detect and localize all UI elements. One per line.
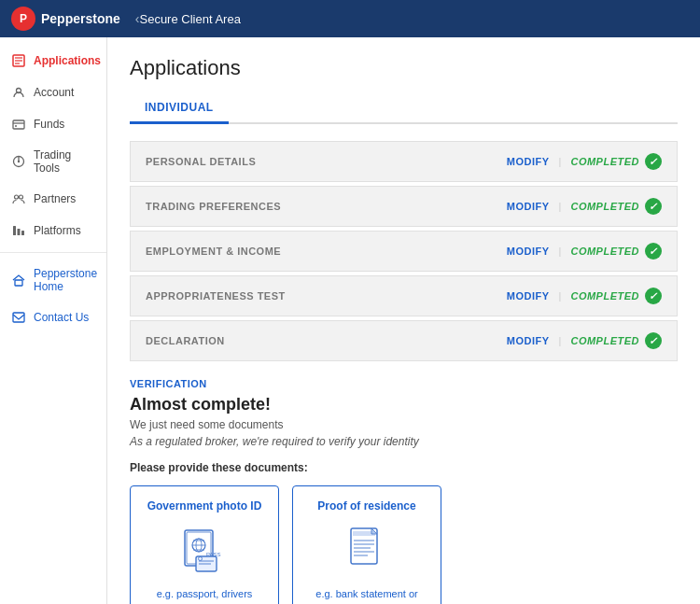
section-trading-preferences-status: MODIFY | COMPLETED ✓ [507,198,662,215]
proof-residence-card-desc: e.g. bank statement or utility bill [304,587,429,604]
section-appropriateness-test: APPROPRIATENESS TEST MODIFY | COMPLETED … [130,275,678,316]
section-employment-income: EMPLOYMENT & INCOME MODIFY | COMPLETED ✓ [130,231,678,272]
contact-icon [11,310,26,325]
partners-icon [11,191,26,206]
main-layout: Applications Account Funds Trading Tools… [0,37,700,604]
employment-income-completed-badge: COMPLETED ✓ [570,243,662,260]
sidebar-item-partners[interactable]: Partners [0,183,106,215]
sidebar-item-applications-label: Applications [34,54,101,67]
trading-tools-icon [11,154,26,169]
sidebar: Applications Account Funds Trading Tools… [0,37,107,604]
residence-doc-icon [339,522,395,578]
modify-trading-preferences-link[interactable]: MODIFY [507,201,550,212]
logo-icon: P [11,7,35,31]
sidebar-item-partners-label: Partners [34,192,76,205]
sidebar-item-trading-tools[interactable]: Trading Tools [0,140,106,183]
section-employment-income-status: MODIFY | COMPLETED ✓ [507,243,662,260]
verification-label: VERIFICATION [130,378,678,389]
doc-cards-container: Government photo ID [130,485,678,604]
sidebar-item-pepperstone-home[interactable]: Pepperstone Home [0,259,106,302]
section-trading-preferences: TRADING PREFERENCES MODIFY | COMPLETED ✓ [130,186,678,227]
secure-area-title: Secure Client Area [139,12,240,26]
brand-logo[interactable]: P Pepperstone [11,7,120,31]
top-bar: P Pepperstone ‹ Secure Client Area [0,0,700,37]
personal-details-check-icon: ✓ [645,153,662,170]
sidebar-item-applications[interactable]: Applications [0,45,106,77]
section-employment-income-label: EMPLOYMENT & INCOME [146,246,281,257]
section-personal-details-status: MODIFY | COMPLETED ✓ [507,153,662,170]
sidebar-item-funds[interactable]: Funds [0,108,106,140]
platforms-icon [11,223,26,238]
section-personal-details-label: PERSONAL DETAILS [146,156,256,167]
svg-point-7 [15,125,17,127]
svg-rect-17 [13,313,24,322]
section-appropriateness-test-status: MODIFY | COMPLETED ✓ [507,288,662,304]
svg-rect-14 [18,229,21,235]
declaration-completed-badge: COMPLETED ✓ [570,332,662,349]
verification-section: VERIFICATION Almost complete! We just ne… [130,378,678,604]
trading-preferences-completed-badge: COMPLETED ✓ [570,198,662,215]
sidebar-item-trading-tools-label: Trading Tools [34,148,95,175]
tab-individual[interactable]: INDIVIDUAL [130,93,229,124]
svg-rect-13 [13,226,16,235]
brand-name: Pepperstone [41,11,120,26]
svg-rect-15 [21,231,24,235]
page-title: Applications [130,56,678,80]
svg-rect-16 [15,280,22,286]
section-appropriateness-test-label: APPROPRIATENESS TEST [146,290,286,302]
svg-rect-5 [13,120,24,129]
doc-card-gov-id[interactable]: Government photo ID [130,485,279,604]
verification-subtext: We just need some documents [130,418,678,431]
sidebar-item-account-label: Account [34,86,74,99]
appropriateness-test-check-icon: ✓ [645,288,662,304]
provide-docs-text: Please provide these documents: [130,461,678,474]
almost-complete-heading: Almost complete! [130,395,678,414]
svg-point-11 [15,195,19,199]
passport-icon: PASS [176,522,232,578]
funds-icon [11,117,26,132]
sidebar-item-contact-us-label: Contact Us [34,311,89,324]
section-declaration-label: DECLARATION [146,335,225,346]
gov-id-card-desc: e.g. passport, drivers license or nation… [142,587,267,604]
modify-declaration-link[interactable]: MODIFY [507,335,550,346]
sidebar-divider [0,252,106,253]
proof-residence-card-title: Proof of residence [317,499,415,513]
home-icon [11,273,26,288]
sidebar-item-pepperstone-home-label: Pepperstone Home [34,267,97,293]
sidebar-item-contact-us[interactable]: Contact Us [0,302,106,333]
personal-details-completed-badge: COMPLETED ✓ [570,153,662,170]
applications-icon [11,53,26,68]
modify-employment-income-link[interactable]: MODIFY [507,246,550,257]
modify-personal-details-link[interactable]: MODIFY [507,156,550,167]
main-content: Applications INDIVIDUAL PERSONAL DETAILS… [107,37,700,604]
sidebar-item-platforms[interactable]: Platforms [0,215,106,246]
svg-text:PASS: PASS [206,552,221,557]
modify-appropriateness-test-link[interactable]: MODIFY [507,290,550,302]
employment-income-check-icon: ✓ [645,243,662,260]
tabs-bar: INDIVIDUAL [130,93,678,124]
section-personal-details: PERSONAL DETAILS MODIFY | COMPLETED ✓ [130,141,678,182]
sidebar-item-funds-label: Funds [34,118,64,131]
verification-italic-note: As a regulated broker, we're required to… [130,435,678,448]
section-declaration-status: MODIFY | COMPLETED ✓ [507,332,662,349]
declaration-check-icon: ✓ [645,332,662,349]
svg-point-10 [18,161,20,162]
gov-id-card-title: Government photo ID [147,499,262,513]
doc-card-proof-residence[interactable]: Proof of residence [292,485,441,604]
sidebar-item-account[interactable]: Account [0,77,106,108]
account-icon [11,85,26,100]
sidebar-item-platforms-label: Platforms [34,224,81,237]
section-trading-preferences-label: TRADING PREFERENCES [146,201,281,212]
trading-preferences-check-icon: ✓ [645,198,662,215]
appropriateness-test-completed-badge: COMPLETED ✓ [570,288,662,304]
section-declaration: DECLARATION MODIFY | COMPLETED ✓ [130,320,678,361]
svg-point-12 [20,195,23,199]
